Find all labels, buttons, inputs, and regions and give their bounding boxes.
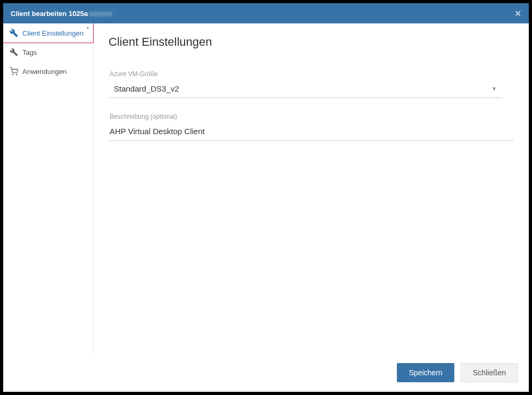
svg-point-0: [12, 74, 13, 75]
sidebar-item-client-settings[interactable]: Client Einstellungen *: [3, 23, 94, 43]
dialog-header: Client bearbeiten 1025axxxxxx ✕: [3, 3, 529, 23]
svg-point-1: [16, 74, 17, 75]
description-field-wrapper: [109, 124, 514, 141]
sidebar: Client Einstellungen * Tags Anwendungen: [3, 23, 94, 356]
close-icon[interactable]: ✕: [514, 9, 521, 19]
vm-size-select[interactable]: Standard_DS3_v2 ▼: [109, 81, 502, 98]
dialog-title-text: Client bearbeiten 1025a: [11, 10, 88, 18]
vm-size-field-group: Azure VM-Größe Standard_DS3_v2 ▼: [109, 70, 514, 98]
sidebar-item-tags[interactable]: Tags: [3, 43, 93, 62]
vm-size-label: Azure VM-Größe: [109, 70, 514, 78]
edit-client-dialog: Client bearbeiten 1025axxxxxx ✕ Client E…: [3, 3, 529, 392]
dialog-body: Client Einstellungen * Tags Anwendungen …: [3, 23, 529, 356]
sidebar-item-label: Tags: [22, 48, 37, 56]
sidebar-item-applications[interactable]: Anwendungen: [3, 62, 93, 81]
dialog-footer: Speichern Schließen: [3, 356, 529, 392]
dialog-title-blurred: xxxxxx: [89, 10, 112, 18]
chevron-down-icon: ▼: [492, 86, 497, 92]
close-button[interactable]: Schließen: [461, 363, 518, 382]
description-field-group: Beschreibung (optional): [109, 113, 514, 141]
description-input[interactable]: [110, 127, 513, 136]
cart-icon: [10, 67, 18, 76]
sidebar-item-label: Anwendungen: [22, 68, 66, 76]
sidebar-item-label: Client Einstellungen: [22, 29, 84, 37]
description-label: Beschreibung (optional): [109, 113, 514, 120]
vm-size-value: Standard_DS3_v2: [114, 84, 179, 93]
dialog-title: Client bearbeiten 1025axxxxxx: [11, 10, 112, 18]
content-area: Client Einstellungen Azure VM-Größe Stan…: [94, 23, 529, 356]
page-title: Client Einstellungen: [109, 35, 514, 49]
wrench-icon: [10, 48, 18, 56]
save-button[interactable]: Speichern: [397, 363, 454, 382]
wrench-icon: [10, 29, 18, 37]
modified-indicator: *: [87, 26, 89, 32]
